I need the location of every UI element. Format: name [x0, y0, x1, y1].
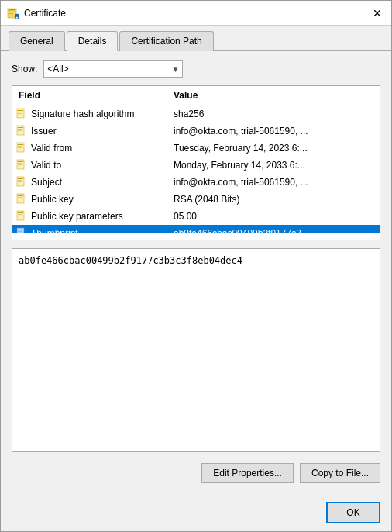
col-value-header: Value [170, 88, 377, 102]
field-value: sha256 [174, 109, 377, 119]
field-name: Signature hash algorithm [31, 109, 174, 119]
table-row[interactable]: Valid to Monday, February 14, 2033 6:... [12, 157, 380, 174]
svg-rect-31 [18, 212, 23, 213]
field-value: info@okta.com, trial-5061590, ... [174, 126, 377, 136]
table-row[interactable]: Public key RSA (2048 Bits) [12, 191, 380, 208]
svg-rect-29 [18, 199, 22, 199]
detail-value-box[interactable]: ab0fe466cbac00499b2f9177c3b3c3f8eb04dec4 [12, 248, 380, 452]
field-name: Valid to [31, 160, 174, 171]
tab-content-details: Show: <All> ▼ Field Value [1, 50, 391, 496]
field-name: Valid from [31, 143, 174, 154]
table-row[interactable]: Issuer info@okta.com, trial-5061590, ... [12, 123, 380, 140]
show-row: Show: <All> ▼ [12, 60, 380, 78]
table-row[interactable]: Valid from Tuesday, February 14, 2023 6:… [12, 140, 380, 157]
chevron-down-icon: ▼ [171, 65, 179, 74]
field-icon [15, 210, 28, 223]
svg-rect-8 [18, 112, 22, 112]
tab-general[interactable]: General [9, 31, 65, 51]
svg-rect-24 [18, 180, 22, 181]
svg-rect-19 [18, 161, 23, 162]
col-field-header: Field [15, 88, 170, 102]
svg-rect-1 [9, 9, 15, 11]
tab-details[interactable]: Details [67, 31, 119, 51]
svg-rect-27 [18, 195, 23, 196]
svg-rect-34 [17, 228, 24, 233]
edit-properties-button[interactable]: Edit Properties... [201, 463, 294, 483]
svg-rect-12 [18, 129, 22, 130]
field-icon [15, 142, 28, 154]
field-name: Subject [31, 177, 174, 188]
field-name: Public key parameters [31, 211, 174, 222]
table-row[interactable]: Public key parameters 05 00 [12, 208, 380, 225]
svg-rect-25 [18, 181, 22, 182]
show-dropdown[interactable]: <All> ▼ [43, 60, 183, 78]
field-icon [15, 108, 28, 120]
field-name: Public key [31, 194, 174, 205]
field-icon [15, 227, 28, 233]
certificate-window: ★ Certificate ✕ General Details Certific… [0, 0, 392, 532]
svg-text:★: ★ [15, 15, 19, 19]
show-label: Show: [12, 64, 37, 74]
svg-rect-17 [18, 147, 22, 148]
field-value: Tuesday, February 14, 2023 6:... [174, 143, 377, 154]
field-rows[interactable]: Signature hash algorithm sha256 Issuer i… [12, 105, 380, 233]
field-name: Thumbprint [31, 228, 174, 233]
table-row[interactable]: Subject info@okta.com, trial-5061590, ..… [12, 174, 380, 191]
field-name: Issuer [31, 126, 174, 136]
show-dropdown-value: <All> [47, 64, 68, 74]
svg-rect-32 [18, 214, 22, 215]
svg-rect-35 [18, 230, 23, 230]
field-value: 05 00 [174, 211, 377, 222]
svg-rect-28 [18, 197, 22, 198]
svg-rect-37 [18, 233, 22, 233]
field-icon [15, 159, 28, 171]
title-bar: ★ Certificate ✕ [1, 1, 391, 26]
bottom-row: OK [1, 496, 391, 531]
field-table-header: Field Value [12, 86, 380, 105]
svg-rect-20 [18, 163, 22, 164]
field-icon [15, 125, 28, 137]
svg-rect-13 [18, 130, 22, 131]
tab-certification-path[interactable]: Certification Path [119, 31, 213, 51]
window-title: Certificate [24, 8, 66, 19]
certificate-icon: ★ [7, 7, 19, 19]
ok-button[interactable]: OK [326, 502, 380, 523]
svg-rect-9 [18, 113, 22, 114]
action-buttons-row: Edit Properties... Copy to File... [12, 460, 380, 486]
svg-rect-7 [18, 110, 23, 111]
close-button[interactable]: ✕ [370, 5, 385, 21]
field-value: RSA (2048 Bits) [174, 194, 377, 205]
field-value: ab0fe466cbac00499b2f9177c3... [174, 228, 377, 233]
svg-rect-33 [18, 216, 22, 216]
field-value: Monday, February 14, 2033 6:... [174, 160, 377, 171]
svg-rect-3 [9, 13, 13, 14]
svg-rect-21 [18, 164, 22, 165]
svg-rect-15 [18, 144, 23, 145]
svg-rect-36 [18, 231, 22, 232]
copy-to-file-button[interactable]: Copy to File... [300, 463, 380, 483]
svg-rect-2 [9, 12, 14, 12]
field-icon [15, 176, 28, 188]
tab-bar: General Details Certification Path [1, 26, 391, 50]
table-row[interactable]: Signature hash algorithm sha256 [12, 105, 380, 123]
field-table-container: Field Value Signature hash algorithm sha… [12, 85, 380, 240]
svg-rect-16 [18, 146, 22, 147]
field-value: info@okta.com, trial-5061590, ... [174, 177, 377, 188]
svg-rect-23 [18, 178, 23, 179]
field-icon [15, 193, 28, 206]
svg-rect-11 [18, 127, 23, 128]
title-bar-left: ★ Certificate [7, 7, 66, 19]
table-row-selected[interactable]: Thumbprint ab0fe466cbac00499b2f9177c3... [12, 225, 380, 233]
